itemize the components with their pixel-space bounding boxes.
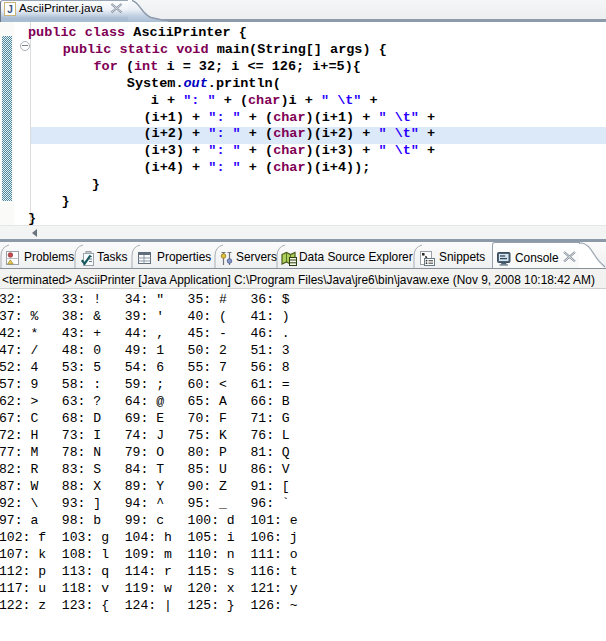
svg-text:J: J xyxy=(7,4,13,15)
